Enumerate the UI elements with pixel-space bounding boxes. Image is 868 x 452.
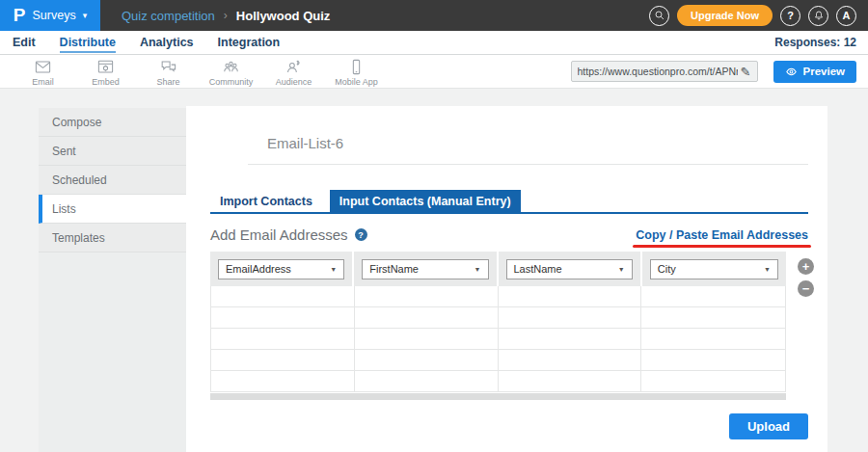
- copy-paste-email-addresses-link[interactable]: Copy / Paste Email Addresses: [636, 228, 808, 242]
- preview-label: Preview: [803, 66, 845, 77]
- tab-import-contacts[interactable]: Import Contacts: [210, 190, 322, 212]
- add-row-button[interactable]: +: [798, 258, 814, 275]
- table-cell[interactable]: [211, 286, 355, 306]
- sidebar-item-lists[interactable]: Lists: [39, 195, 186, 224]
- channel-mobile-app[interactable]: Mobile App: [325, 55, 388, 88]
- eye-icon: [785, 66, 798, 77]
- sidebar-item-compose[interactable]: Compose: [39, 108, 186, 137]
- table-cell[interactable]: [211, 307, 355, 328]
- email-list-title: Email-List-6: [186, 106, 827, 164]
- table-cell[interactable]: [211, 371, 355, 391]
- channel-community[interactable]: Community: [200, 55, 262, 88]
- table-cell[interactable]: [499, 350, 642, 370]
- embed-icon: [96, 58, 115, 76]
- surveys-menu-button[interactable]: P Surveys ▾: [0, 0, 100, 31]
- responses-count: Responses: 12: [774, 36, 856, 49]
- bell-icon: [813, 10, 825, 21]
- column-select-first-name[interactable]: FirstName ▼: [362, 259, 488, 279]
- channel-label: Community: [209, 77, 254, 87]
- table-cell[interactable]: [355, 307, 499, 328]
- table-cell[interactable]: [641, 371, 785, 391]
- chevron-down-icon: ▼: [764, 266, 771, 273]
- column-select-email-address[interactable]: EmailAddress ▼: [218, 259, 344, 279]
- table-cell[interactable]: [355, 329, 499, 349]
- channel-email[interactable]: Email: [12, 55, 74, 88]
- table-cell[interactable]: [211, 350, 355, 370]
- tab-input-contacts-manual[interactable]: Input Contacts (Manual Entry): [330, 190, 521, 212]
- table-cell[interactable]: [355, 371, 499, 391]
- table-cell[interactable]: [499, 286, 642, 306]
- breadcrumb-current: Hollywood Quiz: [236, 9, 331, 23]
- add-email-addresses-label: Add Email Addresses: [210, 226, 348, 243]
- search-icon: [654, 10, 665, 21]
- survey-url-input[interactable]: [572, 66, 738, 77]
- notifications-button[interactable]: [808, 6, 828, 26]
- table-cell[interactable]: [355, 286, 499, 306]
- header-cell: FirstName ▼: [354, 252, 498, 286]
- table-row: [211, 307, 785, 329]
- chevron-down-icon: ▼: [330, 266, 337, 273]
- table-row: [211, 286, 785, 307]
- table-cell[interactable]: [641, 350, 785, 370]
- preview-button[interactable]: Preview: [773, 61, 856, 83]
- table-cell[interactable]: [355, 350, 499, 370]
- mobile-app-icon: [347, 58, 366, 76]
- nav-item-distribute[interactable]: Distribute: [60, 33, 116, 53]
- channel-label: Audience: [276, 77, 312, 87]
- channel-share[interactable]: Share: [137, 55, 200, 88]
- sidebar-item-scheduled[interactable]: Scheduled: [39, 166, 186, 195]
- table-cell[interactable]: [499, 329, 642, 349]
- table-cell[interactable]: [499, 371, 642, 391]
- table-cell[interactable]: [641, 329, 785, 349]
- distribute-toolbar: Email Embed Share Community Audience Mob…: [0, 55, 868, 89]
- email-sidebar: Compose Sent Scheduled Lists Templates: [39, 108, 186, 452]
- toolbar-right: ✎ Preview: [571, 55, 868, 88]
- horizontal-scrollbar[interactable]: [210, 393, 786, 400]
- table-cell[interactable]: [499, 307, 642, 328]
- content-area: Compose Sent Scheduled Lists Templates E…: [0, 89, 868, 452]
- add-emails-header-row: Add Email Addresses ? Copy / Paste Email…: [210, 226, 808, 243]
- share-icon: [159, 58, 177, 76]
- help-icon[interactable]: ?: [355, 228, 367, 241]
- remove-row-button[interactable]: −: [798, 280, 814, 297]
- copy-paste-link-label: Copy / Paste Email Addresses: [636, 228, 808, 242]
- breadcrumb-parent-link[interactable]: Quiz competition: [122, 9, 215, 23]
- breadcrumb: Quiz competition › Hollywood Quiz: [122, 9, 330, 23]
- channel-list: Email Embed Share Community Audience Mob…: [12, 55, 388, 88]
- nav-item-edit[interactable]: Edit: [13, 33, 36, 53]
- search-button[interactable]: [649, 6, 669, 26]
- nav-item-analytics[interactable]: Analytics: [140, 33, 194, 53]
- table-cell[interactable]: [641, 307, 785, 328]
- column-select-last-name[interactable]: LastName ▼: [506, 259, 633, 279]
- question-mark-icon: ?: [787, 10, 794, 21]
- column-select-city[interactable]: City ▼: [650, 259, 778, 279]
- channel-embed[interactable]: Embed: [74, 55, 137, 88]
- channel-audience[interactable]: Audience: [262, 55, 325, 88]
- account-avatar[interactable]: A: [836, 6, 856, 26]
- channel-label: Email: [32, 77, 54, 87]
- community-icon: [222, 58, 240, 76]
- header-cell: EmailAddress ▼: [210, 252, 354, 286]
- red-annotation-underline: [633, 245, 811, 248]
- nav-item-integration[interactable]: Integration: [218, 33, 281, 53]
- edit-url-button[interactable]: ✎: [738, 65, 757, 79]
- channel-label: Embed: [92, 77, 120, 87]
- contacts-grid: EmailAddress ▼ FirstName ▼ LastName ▼: [210, 252, 786, 400]
- contacts-tabs: Import Contacts Input Contacts (Manual E…: [210, 190, 808, 214]
- select-value: City: [658, 263, 676, 275]
- chevron-down-icon: ▼: [618, 266, 625, 273]
- sidebar-item-sent[interactable]: Sent: [39, 137, 186, 166]
- upload-button[interactable]: Upload: [729, 413, 808, 439]
- contacts-grid-header: EmailAddress ▼ FirstName ▼ LastName ▼: [210, 252, 786, 286]
- select-value: FirstName: [369, 263, 419, 275]
- survey-nav: Edit Distribute Analytics Integration Re…: [0, 31, 868, 55]
- title-divider: [248, 164, 808, 165]
- table-cell[interactable]: [641, 286, 785, 306]
- upgrade-now-button[interactable]: Upgrade Now: [677, 5, 773, 26]
- select-value: LastName: [514, 263, 562, 275]
- row-controls: + −: [798, 258, 814, 297]
- table-cell[interactable]: [211, 329, 355, 349]
- help-button[interactable]: ?: [780, 6, 800, 26]
- avatar-initial: A: [843, 10, 851, 21]
- sidebar-item-templates[interactable]: Templates: [39, 224, 186, 253]
